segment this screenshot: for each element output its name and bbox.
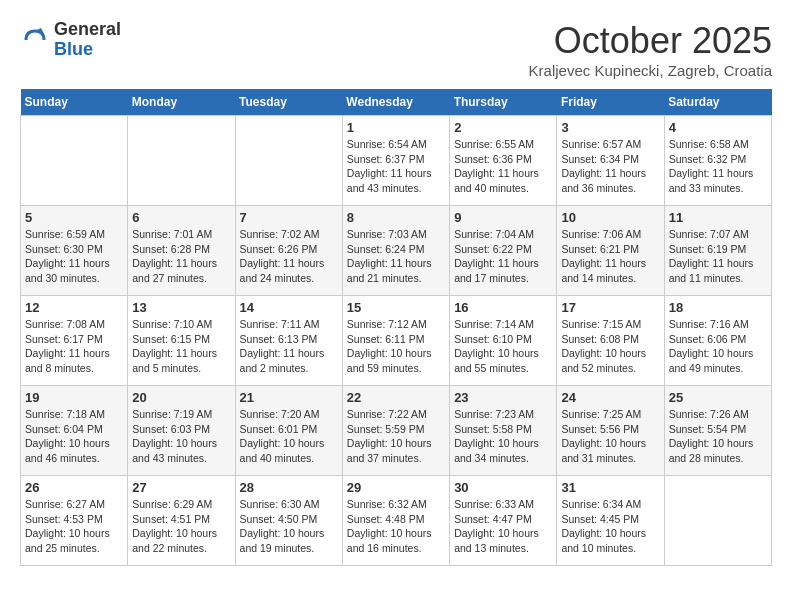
page-header: General Blue October 2025 Kraljevec Kupi… [20,20,772,79]
calendar-cell: 11Sunrise: 7:07 AM Sunset: 6:19 PM Dayli… [664,206,771,296]
day-number: 26 [25,480,123,495]
day-of-week-header: Monday [128,89,235,116]
calendar-cell: 10Sunrise: 7:06 AM Sunset: 6:21 PM Dayli… [557,206,664,296]
day-info: Sunrise: 7:02 AM Sunset: 6:26 PM Dayligh… [240,227,338,286]
week-row: 5Sunrise: 6:59 AM Sunset: 6:30 PM Daylig… [21,206,772,296]
day-info: Sunrise: 7:11 AM Sunset: 6:13 PM Dayligh… [240,317,338,376]
title-block: October 2025 Kraljevec Kupinecki, Zagreb… [529,20,772,79]
day-number: 17 [561,300,659,315]
day-info: Sunrise: 7:18 AM Sunset: 6:04 PM Dayligh… [25,407,123,466]
calendar-cell: 24Sunrise: 7:25 AM Sunset: 5:56 PM Dayli… [557,386,664,476]
day-number: 28 [240,480,338,495]
logo: General Blue [20,20,121,60]
logo-general: General [54,20,121,40]
day-info: Sunrise: 7:07 AM Sunset: 6:19 PM Dayligh… [669,227,767,286]
day-info: Sunrise: 6:54 AM Sunset: 6:37 PM Dayligh… [347,137,445,196]
day-info: Sunrise: 7:12 AM Sunset: 6:11 PM Dayligh… [347,317,445,376]
calendar-cell: 30Sunrise: 6:33 AM Sunset: 4:47 PM Dayli… [450,476,557,566]
week-row: 26Sunrise: 6:27 AM Sunset: 4:53 PM Dayli… [21,476,772,566]
month-title: October 2025 [529,20,772,62]
day-number: 12 [25,300,123,315]
calendar-cell: 7Sunrise: 7:02 AM Sunset: 6:26 PM Daylig… [235,206,342,296]
day-info: Sunrise: 7:19 AM Sunset: 6:03 PM Dayligh… [132,407,230,466]
calendar-cell: 8Sunrise: 7:03 AM Sunset: 6:24 PM Daylig… [342,206,449,296]
day-number: 7 [240,210,338,225]
day-number: 2 [454,120,552,135]
day-info: Sunrise: 6:59 AM Sunset: 6:30 PM Dayligh… [25,227,123,286]
day-info: Sunrise: 7:20 AM Sunset: 6:01 PM Dayligh… [240,407,338,466]
day-of-week-header: Saturday [664,89,771,116]
calendar-cell: 31Sunrise: 6:34 AM Sunset: 4:45 PM Dayli… [557,476,664,566]
day-info: Sunrise: 7:16 AM Sunset: 6:06 PM Dayligh… [669,317,767,376]
calendar-cell [21,116,128,206]
day-of-week-header: Tuesday [235,89,342,116]
calendar-table: SundayMondayTuesdayWednesdayThursdayFrid… [20,89,772,566]
day-info: Sunrise: 6:27 AM Sunset: 4:53 PM Dayligh… [25,497,123,556]
day-info: Sunrise: 6:58 AM Sunset: 6:32 PM Dayligh… [669,137,767,196]
calendar-cell: 26Sunrise: 6:27 AM Sunset: 4:53 PM Dayli… [21,476,128,566]
day-info: Sunrise: 7:26 AM Sunset: 5:54 PM Dayligh… [669,407,767,466]
day-number: 5 [25,210,123,225]
calendar-cell: 17Sunrise: 7:15 AM Sunset: 6:08 PM Dayli… [557,296,664,386]
day-info: Sunrise: 7:22 AM Sunset: 5:59 PM Dayligh… [347,407,445,466]
day-number: 30 [454,480,552,495]
day-number: 18 [669,300,767,315]
calendar-cell: 13Sunrise: 7:10 AM Sunset: 6:15 PM Dayli… [128,296,235,386]
day-number: 21 [240,390,338,405]
day-number: 15 [347,300,445,315]
logo-text: General Blue [54,20,121,60]
calendar-cell: 5Sunrise: 6:59 AM Sunset: 6:30 PM Daylig… [21,206,128,296]
day-number: 20 [132,390,230,405]
logo-blue: Blue [54,40,121,60]
calendar-cell: 25Sunrise: 7:26 AM Sunset: 5:54 PM Dayli… [664,386,771,476]
calendar-cell: 3Sunrise: 6:57 AM Sunset: 6:34 PM Daylig… [557,116,664,206]
day-info: Sunrise: 6:33 AM Sunset: 4:47 PM Dayligh… [454,497,552,556]
day-info: Sunrise: 7:25 AM Sunset: 5:56 PM Dayligh… [561,407,659,466]
calendar-cell: 19Sunrise: 7:18 AM Sunset: 6:04 PM Dayli… [21,386,128,476]
calendar-cell: 23Sunrise: 7:23 AM Sunset: 5:58 PM Dayli… [450,386,557,476]
day-number: 29 [347,480,445,495]
calendar-cell: 9Sunrise: 7:04 AM Sunset: 6:22 PM Daylig… [450,206,557,296]
day-info: Sunrise: 7:14 AM Sunset: 6:10 PM Dayligh… [454,317,552,376]
day-number: 22 [347,390,445,405]
day-number: 14 [240,300,338,315]
day-number: 3 [561,120,659,135]
day-number: 27 [132,480,230,495]
day-number: 23 [454,390,552,405]
calendar-cell [128,116,235,206]
day-info: Sunrise: 7:15 AM Sunset: 6:08 PM Dayligh… [561,317,659,376]
day-of-week-header: Thursday [450,89,557,116]
calendar-cell: 29Sunrise: 6:32 AM Sunset: 4:48 PM Dayli… [342,476,449,566]
calendar-cell: 15Sunrise: 7:12 AM Sunset: 6:11 PM Dayli… [342,296,449,386]
calendar-cell: 21Sunrise: 7:20 AM Sunset: 6:01 PM Dayli… [235,386,342,476]
day-number: 24 [561,390,659,405]
day-info: Sunrise: 7:01 AM Sunset: 6:28 PM Dayligh… [132,227,230,286]
day-info: Sunrise: 6:57 AM Sunset: 6:34 PM Dayligh… [561,137,659,196]
day-number: 6 [132,210,230,225]
day-number: 19 [25,390,123,405]
calendar-cell: 2Sunrise: 6:55 AM Sunset: 6:36 PM Daylig… [450,116,557,206]
day-info: Sunrise: 7:06 AM Sunset: 6:21 PM Dayligh… [561,227,659,286]
calendar-cell [664,476,771,566]
day-of-week-header: Sunday [21,89,128,116]
day-of-week-header: Friday [557,89,664,116]
week-row: 1Sunrise: 6:54 AM Sunset: 6:37 PM Daylig… [21,116,772,206]
day-number: 25 [669,390,767,405]
day-info: Sunrise: 6:29 AM Sunset: 4:51 PM Dayligh… [132,497,230,556]
day-info: Sunrise: 7:10 AM Sunset: 6:15 PM Dayligh… [132,317,230,376]
day-number: 4 [669,120,767,135]
week-row: 12Sunrise: 7:08 AM Sunset: 6:17 PM Dayli… [21,296,772,386]
day-number: 13 [132,300,230,315]
day-info: Sunrise: 6:30 AM Sunset: 4:50 PM Dayligh… [240,497,338,556]
calendar-cell: 18Sunrise: 7:16 AM Sunset: 6:06 PM Dayli… [664,296,771,386]
day-number: 8 [347,210,445,225]
day-number: 16 [454,300,552,315]
day-info: Sunrise: 6:55 AM Sunset: 6:36 PM Dayligh… [454,137,552,196]
logo-icon [20,25,50,55]
day-info: Sunrise: 7:04 AM Sunset: 6:22 PM Dayligh… [454,227,552,286]
calendar-cell: 20Sunrise: 7:19 AM Sunset: 6:03 PM Dayli… [128,386,235,476]
week-row: 19Sunrise: 7:18 AM Sunset: 6:04 PM Dayli… [21,386,772,476]
calendar-cell: 22Sunrise: 7:22 AM Sunset: 5:59 PM Dayli… [342,386,449,476]
calendar-cell: 16Sunrise: 7:14 AM Sunset: 6:10 PM Dayli… [450,296,557,386]
day-info: Sunrise: 7:23 AM Sunset: 5:58 PM Dayligh… [454,407,552,466]
